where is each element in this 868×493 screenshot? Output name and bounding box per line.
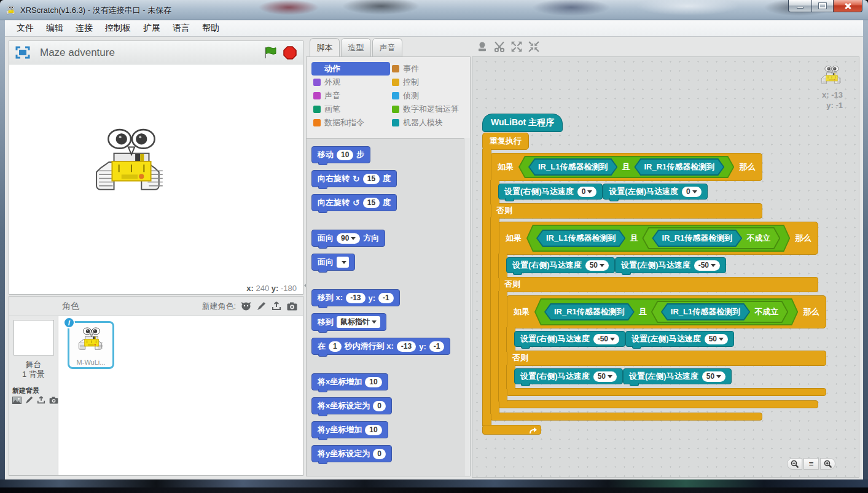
sprite-info-icon[interactable]: i xyxy=(63,317,75,328)
sensor-block[interactable]: IR_L1传感器检测到 xyxy=(661,303,750,320)
value-oval[interactable]: 15 xyxy=(363,198,380,208)
if-header[interactable]: 如果IR_R1传感器检测到且IR_L1传感器检测到不成立那么 xyxy=(506,295,826,328)
script-canvas[interactable]: WuLiBot 主程序重复执行如果IR_L1传感器检测到且IR_R1传感器检测到… xyxy=(472,56,859,478)
dropdown-select[interactable]: 鼠标指针 xyxy=(337,316,380,328)
motion-block[interactable]: 面向 xyxy=(311,254,355,271)
not-operator-block[interactable]: IR_R1传感器检测到不成立 xyxy=(642,227,780,249)
palette-scrollbar[interactable] xyxy=(464,138,470,476)
camera-icon[interactable] xyxy=(287,302,297,311)
if-else-block[interactable]: 如果IR_R1传感器检测到且IR_L1传感器检测到不成立那么设置(右侧)马达速度… xyxy=(506,295,826,396)
set-motor-speed-block[interactable]: 设置(左侧)马达速度50 xyxy=(625,331,734,347)
motion-block[interactable]: 面向90方向 xyxy=(311,230,385,247)
motion-block[interactable]: 向左旋转↺15度 xyxy=(311,194,397,211)
category-声音[interactable]: 声音 xyxy=(311,89,390,103)
value-oval[interactable]: -13 xyxy=(346,293,365,303)
stage-sprite-robot[interactable] xyxy=(94,125,169,200)
motion-block[interactable]: 将y坐标增加10 xyxy=(311,421,388,438)
paintbrush-icon[interactable] xyxy=(25,396,33,404)
value-oval[interactable]: 10 xyxy=(337,150,353,160)
category-控制[interactable]: 控制 xyxy=(390,76,469,89)
upload-icon[interactable] xyxy=(272,301,281,311)
value-oval[interactable]: 50 xyxy=(702,371,725,382)
grow-sprite-icon[interactable] xyxy=(511,41,522,52)
and-operator-block[interactable]: IR_L1传感器检测到且IR_R1传感器检测到 xyxy=(518,156,734,178)
motion-block[interactable]: 移动10步 xyxy=(311,146,370,163)
motion-block[interactable]: 移到鼠标指针 xyxy=(311,313,386,331)
value-oval[interactable]: 15 xyxy=(363,174,380,184)
menu-item-编辑[interactable]: 编辑 xyxy=(41,21,69,36)
maximize-button[interactable] xyxy=(812,0,834,12)
minimize-button[interactable] xyxy=(788,0,812,12)
if-else-block[interactable]: 如果IR_L1传感器检测到且IR_R1传感器检测到不成立那么设置(右侧)马达速度… xyxy=(498,222,826,408)
if-else-block[interactable]: 如果IR_L1传感器检测到且IR_R1传感器检测到那么设置(右侧)马达速度0设置… xyxy=(490,153,826,421)
if-header[interactable]: 如果IR_L1传感器检测到且IR_R1传感器检测到那么 xyxy=(490,153,762,181)
tab-声音[interactable]: 声音 xyxy=(372,38,402,56)
tab-脚本[interactable]: 脚本 xyxy=(310,38,340,57)
menu-item-语言[interactable]: 语言 xyxy=(167,21,195,36)
menu-item-控制板[interactable]: 控制板 xyxy=(100,21,136,36)
fullscreen-icon[interactable] xyxy=(15,46,30,59)
value-oval[interactable]: -13 xyxy=(397,341,416,352)
upload-icon[interactable] xyxy=(37,396,45,404)
value-oval[interactable]: 90 xyxy=(337,233,360,244)
stop-button[interactable] xyxy=(283,46,297,60)
motion-block[interactable]: 将x坐标设定为0 xyxy=(311,397,392,414)
value-oval[interactable]: 0 xyxy=(373,401,386,411)
value-oval[interactable]: 50 xyxy=(593,371,617,382)
value-oval[interactable]: 50 xyxy=(585,260,609,271)
and-operator-block[interactable]: IR_R1传感器检测到且IR_L1传感器检测到不成立 xyxy=(534,298,798,325)
project-title[interactable]: Maze adventure xyxy=(40,47,115,59)
dropdown-box[interactable] xyxy=(337,257,349,268)
category-机器人模块[interactable]: 机器人模块 xyxy=(390,116,469,130)
forever-loop-block[interactable]: 重复执行如果IR_L1传感器检测到且IR_R1传感器检测到那么设置(右侧)马达速… xyxy=(482,133,826,435)
category-画笔[interactable]: 画笔 xyxy=(311,103,390,116)
set-motor-speed-block[interactable]: 设置(左侧)马达速度-50 xyxy=(615,257,726,273)
category-数据和指令[interactable]: 数据和指令 xyxy=(311,116,390,130)
category-数字和逻辑运算[interactable]: 数字和逻辑运算 xyxy=(390,103,469,116)
stage-viewport[interactable]: x: 240 y: -180 xyxy=(9,64,303,294)
value-oval[interactable]: 1 xyxy=(329,341,342,352)
value-oval[interactable]: -50 xyxy=(593,334,619,344)
sensor-block[interactable]: IR_R1传感器检测到 xyxy=(634,158,724,176)
hat-block-main-program[interactable]: WuLiBot 主程序 xyxy=(482,114,563,132)
zoom-out-button[interactable] xyxy=(787,458,802,470)
tab-造型[interactable]: 造型 xyxy=(341,38,371,56)
menu-item-连接[interactable]: 连接 xyxy=(70,21,98,36)
sprite-library-icon[interactable] xyxy=(241,301,251,311)
value-oval[interactable]: 50 xyxy=(705,334,728,344)
value-oval[interactable]: 0 xyxy=(682,187,702,197)
value-oval[interactable]: -1 xyxy=(378,293,394,303)
set-motor-speed-block[interactable]: 设置(右侧)马达速度0 xyxy=(498,184,603,200)
not-operator-block[interactable]: IR_L1传感器检测到不成立 xyxy=(651,301,788,323)
paintbrush-icon[interactable] xyxy=(257,301,266,311)
motion-block[interactable]: 将x坐标增加10 xyxy=(311,373,388,390)
value-oval[interactable]: -1 xyxy=(429,341,445,352)
zoom-reset-button[interactable]: = xyxy=(803,458,819,470)
stamp-duplicate-icon[interactable] xyxy=(477,41,488,52)
sensor-block[interactable]: IR_L1传感器检测到 xyxy=(536,230,625,247)
value-oval[interactable]: 10 xyxy=(365,377,381,387)
menu-item-扩展[interactable]: 扩展 xyxy=(138,21,166,36)
value-oval[interactable]: 0 xyxy=(373,449,386,459)
set-motor-speed-block[interactable]: 设置(右侧)马达速度50 xyxy=(514,368,623,384)
category-动作[interactable]: 动作 xyxy=(311,62,390,76)
sensor-block[interactable]: IR_L1传感器检测到 xyxy=(528,158,617,176)
set-motor-speed-block[interactable]: 设置(左侧)马达速度0 xyxy=(603,184,707,200)
close-button[interactable] xyxy=(834,0,862,12)
set-motor-speed-block[interactable]: 设置(右侧)马达速度-50 xyxy=(514,331,625,347)
zoom-in-button[interactable] xyxy=(820,458,835,470)
stage-thumbnail[interactable] xyxy=(14,320,54,355)
motion-block[interactable]: 在1秒内滑行到 x:-13y:-1 xyxy=(311,338,450,355)
sensor-block[interactable]: IR_R1传感器检测到 xyxy=(652,230,742,247)
category-侦测[interactable]: 侦测 xyxy=(390,89,469,103)
motion-block[interactable]: 移到 x:-13y:-1 xyxy=(311,289,400,306)
sprite-item-selected[interactable]: M-WuLi... i xyxy=(68,321,114,369)
menu-item-文件[interactable]: 文件 xyxy=(11,21,39,36)
and-operator-block[interactable]: IR_L1传感器检测到且IR_R1传感器检测到不成立 xyxy=(526,225,790,252)
set-motor-speed-block[interactable]: 设置(左侧)马达速度50 xyxy=(623,368,732,384)
sensor-block[interactable]: IR_R1传感器检测到 xyxy=(544,303,635,320)
scissors-delete-icon[interactable] xyxy=(494,41,505,52)
category-事件[interactable]: 事件 xyxy=(390,62,469,76)
motion-block[interactable]: 向右旋转↻15度 xyxy=(311,170,397,187)
set-motor-speed-block[interactable]: 设置(右侧)马达速度50 xyxy=(506,257,615,273)
